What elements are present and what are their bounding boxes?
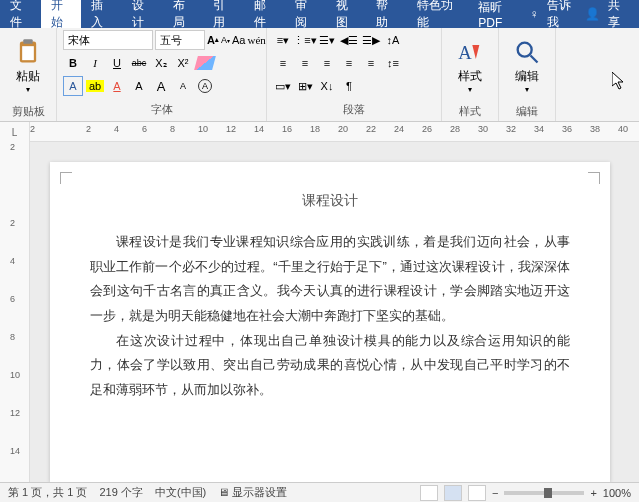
- sort-button[interactable]: X↓: [317, 76, 337, 96]
- enclose-char-button[interactable]: A: [195, 76, 215, 96]
- svg-rect-2: [22, 46, 34, 60]
- paste-icon: [14, 38, 42, 66]
- group-editing: 编辑 ▾ 编辑: [499, 28, 556, 121]
- vertical-ruler[interactable]: 22468101214: [0, 142, 30, 482]
- shading-button[interactable]: ▭▾: [273, 76, 293, 96]
- menu-tabs: 文件开始插入设计布局引用邮件审阅视图帮助特色功能福昕PDF ♀ 告诉我 👤 共享: [0, 0, 639, 28]
- share-icon: 👤: [585, 7, 600, 21]
- ribbon: 粘贴 ▾ 剪贴板 A▴ A▾ Aa wén B I U abc X₂ X²: [0, 28, 639, 122]
- paste-label: 粘贴: [16, 68, 40, 85]
- superscript-button[interactable]: X²: [173, 53, 193, 73]
- shrink-char-button[interactable]: A: [173, 76, 193, 96]
- group-font-label: 字体: [63, 100, 260, 119]
- increase-indent-button[interactable]: ☰▶: [361, 30, 381, 50]
- document-page[interactable]: 课程设计 课程设计是我们专业课程知识综合应用的实践训练，着是我们迈向社会，从事职…: [50, 162, 610, 482]
- multilevel-button[interactable]: ☰▾: [317, 30, 337, 50]
- justify-button[interactable]: ≡: [339, 53, 359, 73]
- ruler-mark: 14: [10, 446, 20, 456]
- share-button[interactable]: 共享: [608, 0, 629, 31]
- read-mode-button[interactable]: [420, 485, 438, 501]
- tab-福昕PDF[interactable]: 福昕PDF: [468, 0, 529, 28]
- shrink-font-button[interactable]: A▾: [221, 30, 230, 50]
- word-count[interactable]: 219 个字: [99, 485, 142, 500]
- tab-插入[interactable]: 插入: [81, 0, 122, 28]
- font-size-select[interactable]: [155, 30, 205, 50]
- borders-button[interactable]: ⊞▾: [295, 76, 315, 96]
- paragraph-1: 课程设计是我们专业课程知识综合应用的实践训练，着是我们迈向社会，从事职业工作前一…: [90, 230, 570, 329]
- tab-selector[interactable]: L: [0, 122, 30, 142]
- subscript-button[interactable]: X₂: [151, 53, 171, 73]
- align-left-button[interactable]: ≡: [273, 53, 293, 73]
- ruler-mark: 10: [198, 124, 208, 134]
- styles-label: 样式: [458, 68, 482, 85]
- ruler-mark: 32: [506, 124, 516, 134]
- text-direction-button[interactable]: ↕A: [383, 30, 403, 50]
- font-color-button[interactable]: A: [107, 76, 127, 96]
- tab-帮助[interactable]: 帮助: [366, 0, 407, 28]
- line-spacing-button[interactable]: ↕≡: [383, 53, 403, 73]
- decrease-indent-button[interactable]: ◀☰: [339, 30, 359, 50]
- crop-mark: [588, 172, 600, 184]
- tab-审阅[interactable]: 审阅: [285, 0, 326, 28]
- bold-button[interactable]: B: [63, 53, 83, 73]
- ruler-mark: 12: [10, 408, 20, 418]
- group-clipboard: 粘贴 ▾ 剪贴板: [0, 28, 57, 121]
- horizontal-ruler[interactable]: 2246810121416182022242628303234363840: [30, 122, 639, 142]
- svg-line-5: [531, 56, 538, 63]
- page-count[interactable]: 第 1 页，共 1 页: [8, 485, 87, 500]
- align-right-button[interactable]: ≡: [317, 53, 337, 73]
- web-layout-button[interactable]: [468, 485, 486, 501]
- ruler-mark: 2: [10, 142, 15, 152]
- language[interactable]: 中文(中国): [155, 485, 206, 500]
- grow-font-button[interactable]: A▴: [207, 30, 219, 50]
- underline-button[interactable]: U: [107, 53, 127, 73]
- ruler-mark: 16: [282, 124, 292, 134]
- zoom-slider[interactable]: [504, 491, 584, 495]
- text-effects-button[interactable]: [195, 53, 215, 73]
- status-bar: 第 1 页，共 1 页 219 个字 中文(中国) 🖥 显示器设置 − + 10…: [0, 482, 639, 502]
- change-case-button[interactable]: Aa: [232, 30, 245, 50]
- zoom-in-button[interactable]: +: [590, 487, 596, 499]
- phonetic-guide-button[interactable]: wén: [247, 30, 265, 50]
- tellme-link[interactable]: 告诉我: [547, 0, 578, 31]
- styles-button[interactable]: A 样式 ▾: [448, 30, 492, 102]
- tab-视图[interactable]: 视图: [326, 0, 367, 28]
- ruler-mark: 8: [10, 332, 15, 342]
- strikethrough-button[interactable]: abc: [129, 53, 149, 73]
- tab-邮件[interactable]: 邮件: [244, 0, 285, 28]
- tab-开始[interactable]: 开始: [41, 0, 82, 28]
- zoom-level[interactable]: 100%: [603, 487, 631, 499]
- group-editing-label: 编辑: [505, 102, 549, 121]
- bullets-button[interactable]: ≡▾: [273, 30, 293, 50]
- tab-布局[interactable]: 布局: [163, 0, 204, 28]
- tab-设计[interactable]: 设计: [122, 0, 163, 28]
- show-marks-button[interactable]: ¶: [339, 76, 359, 96]
- ruler-mark: 2: [10, 218, 15, 228]
- tab-特色功能[interactable]: 特色功能: [407, 0, 468, 28]
- ruler-mark: 14: [254, 124, 264, 134]
- svg-point-4: [518, 43, 532, 57]
- italic-button[interactable]: I: [85, 53, 105, 73]
- paste-button[interactable]: 粘贴 ▾: [6, 30, 50, 102]
- highlight-button[interactable]: ab: [85, 76, 105, 96]
- lightbulb-icon: ♀: [530, 7, 539, 21]
- tab-引用[interactable]: 引用: [203, 0, 244, 28]
- distribute-button[interactable]: ≡: [361, 53, 381, 73]
- ruler-mark: 10: [10, 370, 20, 380]
- zoom-out-button[interactable]: −: [492, 487, 498, 499]
- align-center-button[interactable]: ≡: [295, 53, 315, 73]
- char-border-button[interactable]: A: [63, 76, 83, 96]
- font-name-select[interactable]: [63, 30, 153, 50]
- numbering-button[interactable]: ⋮≡▾: [295, 30, 315, 50]
- display-settings[interactable]: 🖥 显示器设置: [218, 485, 287, 500]
- editing-button[interactable]: 编辑 ▾: [505, 30, 549, 102]
- eraser-icon: [194, 56, 216, 70]
- print-layout-button[interactable]: [444, 485, 462, 501]
- crop-mark: [60, 172, 72, 184]
- tab-文件[interactable]: 文件: [0, 0, 41, 28]
- ruler-mark: 2: [86, 124, 91, 134]
- ruler-mark: 20: [338, 124, 348, 134]
- char-shading-button[interactable]: A: [129, 76, 149, 96]
- ruler-mark: 36: [562, 124, 572, 134]
- enlarge-char-button[interactable]: A: [151, 76, 171, 96]
